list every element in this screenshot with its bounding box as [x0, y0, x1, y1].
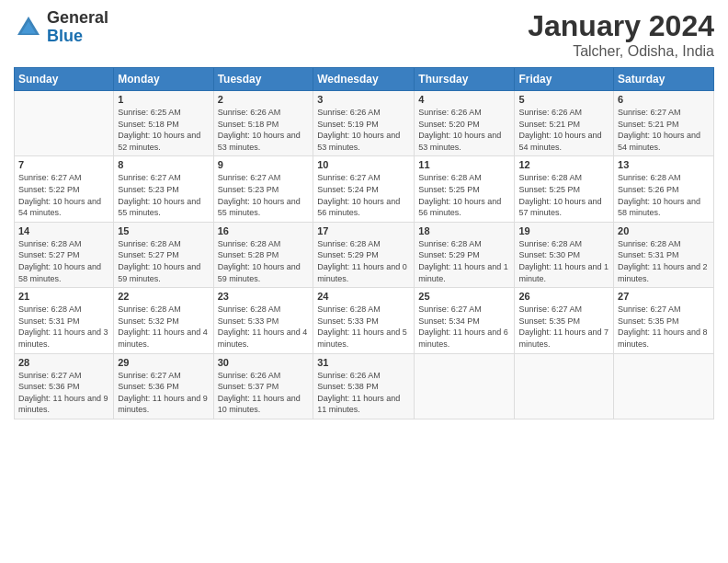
- day-number: 13: [618, 159, 710, 170]
- header-day-wednesday: Wednesday: [313, 68, 415, 91]
- header-day-tuesday: Tuesday: [213, 68, 313, 91]
- calendar-cell: 11Sunrise: 6:28 AMSunset: 5:25 PMDayligh…: [415, 156, 515, 222]
- header: General Blue January 2024 Talcher, Odish…: [14, 9, 714, 60]
- day-info: Sunrise: 6:26 AMSunset: 5:20 PMDaylight:…: [418, 107, 510, 153]
- day-number: 25: [418, 291, 510, 302]
- day-number: 19: [518, 225, 609, 236]
- day-info: Sunrise: 6:28 AMSunset: 5:30 PMDaylight:…: [518, 238, 609, 284]
- header-day-saturday: Saturday: [614, 68, 714, 91]
- day-number: 7: [18, 159, 109, 170]
- day-number: 6: [618, 94, 710, 105]
- day-number: 27: [618, 291, 710, 302]
- logo: General Blue: [14, 9, 108, 46]
- week-row-5: 28Sunrise: 6:27 AMSunset: 5:36 PMDayligh…: [15, 353, 714, 419]
- header-day-thursday: Thursday: [415, 68, 515, 91]
- day-number: 4: [418, 94, 510, 105]
- day-info: Sunrise: 6:27 AMSunset: 5:21 PMDaylight:…: [618, 107, 710, 153]
- day-number: 10: [317, 159, 410, 170]
- day-info: Sunrise: 6:26 AMSunset: 5:21 PMDaylight:…: [518, 107, 609, 153]
- day-number: 18: [418, 225, 510, 236]
- day-info: Sunrise: 6:27 AMSunset: 5:35 PMDaylight:…: [518, 304, 609, 350]
- day-number: 16: [218, 225, 310, 236]
- day-info: Sunrise: 6:26 AMSunset: 5:19 PMDaylight:…: [317, 107, 410, 153]
- day-info: Sunrise: 6:28 AMSunset: 5:32 PMDaylight:…: [118, 304, 209, 350]
- calendar-cell: 16Sunrise: 6:28 AMSunset: 5:28 PMDayligh…: [213, 222, 313, 287]
- day-number: 31: [317, 357, 410, 368]
- day-info: Sunrise: 6:27 AMSunset: 5:23 PMDaylight:…: [218, 172, 310, 218]
- day-info: Sunrise: 6:28 AMSunset: 5:31 PMDaylight:…: [618, 238, 710, 284]
- day-info: Sunrise: 6:28 AMSunset: 5:33 PMDaylight:…: [218, 304, 310, 350]
- calendar-cell: 15Sunrise: 6:28 AMSunset: 5:27 PMDayligh…: [114, 222, 213, 287]
- calendar-cell: 10Sunrise: 6:27 AMSunset: 5:24 PMDayligh…: [313, 156, 415, 222]
- day-info: Sunrise: 6:27 AMSunset: 5:35 PMDaylight:…: [618, 304, 710, 350]
- day-number: 14: [18, 225, 109, 236]
- day-number: 22: [118, 291, 209, 302]
- day-number: 23: [218, 291, 310, 302]
- day-info: Sunrise: 6:28 AMSunset: 5:29 PMDaylight:…: [418, 238, 510, 284]
- day-number: 24: [317, 291, 410, 302]
- calendar-cell: 8Sunrise: 6:27 AMSunset: 5:23 PMDaylight…: [114, 156, 213, 222]
- day-info: Sunrise: 6:27 AMSunset: 5:23 PMDaylight:…: [118, 172, 209, 218]
- month-year-title: January 2024: [528, 9, 714, 43]
- day-info: Sunrise: 6:27 AMSunset: 5:36 PMDaylight:…: [18, 370, 109, 416]
- day-info: Sunrise: 6:28 AMSunset: 5:27 PMDaylight:…: [18, 238, 109, 284]
- day-number: 5: [518, 94, 609, 105]
- calendar-cell: 12Sunrise: 6:28 AMSunset: 5:25 PMDayligh…: [515, 156, 614, 222]
- calendar-cell: 13Sunrise: 6:28 AMSunset: 5:26 PMDayligh…: [614, 156, 714, 222]
- day-info: Sunrise: 6:28 AMSunset: 5:33 PMDaylight:…: [317, 304, 410, 350]
- calendar-cell: 20Sunrise: 6:28 AMSunset: 5:31 PMDayligh…: [614, 222, 714, 287]
- page-container: General Blue January 2024 Talcher, Odish…: [0, 0, 728, 563]
- calendar-cell: 17Sunrise: 6:28 AMSunset: 5:29 PMDayligh…: [313, 222, 415, 287]
- header-day-friday: Friday: [515, 68, 614, 91]
- calendar-cell: 9Sunrise: 6:27 AMSunset: 5:23 PMDaylight…: [213, 156, 313, 222]
- day-info: Sunrise: 6:28 AMSunset: 5:25 PMDaylight:…: [518, 172, 609, 218]
- calendar-cell: 5Sunrise: 6:26 AMSunset: 5:21 PMDaylight…: [515, 91, 614, 156]
- day-info: Sunrise: 6:28 AMSunset: 5:26 PMDaylight:…: [618, 172, 710, 218]
- day-number: 17: [317, 225, 410, 236]
- calendar-cell: 23Sunrise: 6:28 AMSunset: 5:33 PMDayligh…: [213, 288, 313, 353]
- day-info: Sunrise: 6:27 AMSunset: 5:22 PMDaylight:…: [18, 172, 109, 218]
- day-info: Sunrise: 6:27 AMSunset: 5:24 PMDaylight:…: [317, 172, 410, 218]
- day-number: 3: [317, 94, 410, 105]
- calendar-cell: 27Sunrise: 6:27 AMSunset: 5:35 PMDayligh…: [614, 288, 714, 353]
- day-info: Sunrise: 6:28 AMSunset: 5:31 PMDaylight:…: [18, 304, 109, 350]
- logo-text: General Blue: [47, 9, 108, 46]
- calendar-cell: 18Sunrise: 6:28 AMSunset: 5:29 PMDayligh…: [415, 222, 515, 287]
- day-number: 26: [518, 291, 609, 302]
- day-number: 1: [118, 94, 209, 105]
- header-row: SundayMondayTuesdayWednesdayThursdayFrid…: [15, 68, 714, 91]
- week-row-3: 14Sunrise: 6:28 AMSunset: 5:27 PMDayligh…: [15, 222, 714, 287]
- day-number: 28: [18, 357, 109, 368]
- calendar-cell: [415, 353, 515, 419]
- calendar-cell: 21Sunrise: 6:28 AMSunset: 5:31 PMDayligh…: [15, 288, 114, 353]
- day-info: Sunrise: 6:26 AMSunset: 5:38 PMDaylight:…: [317, 370, 410, 416]
- day-number: 21: [18, 291, 109, 302]
- day-number: 12: [518, 159, 609, 170]
- day-number: 20: [618, 225, 710, 236]
- day-info: Sunrise: 6:28 AMSunset: 5:28 PMDaylight:…: [218, 238, 310, 284]
- calendar-cell: [614, 353, 714, 419]
- calendar-cell: 26Sunrise: 6:27 AMSunset: 5:35 PMDayligh…: [515, 288, 614, 353]
- day-number: 30: [218, 357, 310, 368]
- calendar-table: SundayMondayTuesdayWednesdayThursdayFrid…: [14, 67, 714, 419]
- week-row-2: 7Sunrise: 6:27 AMSunset: 5:22 PMDaylight…: [15, 156, 714, 222]
- day-number: 2: [218, 94, 310, 105]
- day-info: Sunrise: 6:26 AMSunset: 5:37 PMDaylight:…: [218, 370, 310, 416]
- calendar-cell: 25Sunrise: 6:27 AMSunset: 5:34 PMDayligh…: [415, 288, 515, 353]
- calendar-cell: 7Sunrise: 6:27 AMSunset: 5:22 PMDaylight…: [15, 156, 114, 222]
- calendar-cell: 4Sunrise: 6:26 AMSunset: 5:20 PMDaylight…: [415, 91, 515, 156]
- logo-blue-text: Blue: [47, 27, 83, 45]
- day-number: 11: [418, 159, 510, 170]
- location-subtitle: Talcher, Odisha, India: [528, 43, 714, 60]
- day-number: 15: [118, 225, 209, 236]
- calendar-cell: 19Sunrise: 6:28 AMSunset: 5:30 PMDayligh…: [515, 222, 614, 287]
- calendar-cell: [15, 91, 114, 156]
- header-day-sunday: Sunday: [15, 68, 114, 91]
- day-info: Sunrise: 6:27 AMSunset: 5:34 PMDaylight:…: [418, 304, 510, 350]
- logo-icon: [14, 13, 43, 42]
- header-day-monday: Monday: [114, 68, 213, 91]
- day-info: Sunrise: 6:28 AMSunset: 5:29 PMDaylight:…: [317, 238, 410, 284]
- title-block: January 2024 Talcher, Odisha, India: [528, 9, 714, 60]
- calendar-cell: 31Sunrise: 6:26 AMSunset: 5:38 PMDayligh…: [313, 353, 415, 419]
- day-info: Sunrise: 6:28 AMSunset: 5:25 PMDaylight:…: [418, 172, 510, 218]
